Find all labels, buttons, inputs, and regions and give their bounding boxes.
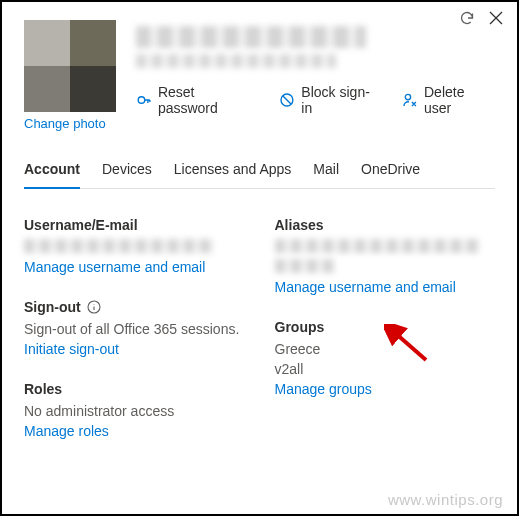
user-display-name [136, 26, 366, 48]
group-item: Greece [275, 341, 496, 357]
action-label: Delete user [424, 84, 495, 116]
username-value [24, 239, 214, 253]
tab-bar: Account Devices Licenses and Apps Mail O… [24, 161, 495, 189]
svg-point-2 [405, 94, 410, 99]
reset-password-button[interactable]: Reset password [136, 84, 257, 116]
svg-point-0 [138, 97, 145, 104]
action-label: Reset password [158, 84, 258, 116]
change-photo-link[interactable]: Change photo [24, 116, 116, 131]
manage-roles-link[interactable]: Manage roles [24, 423, 245, 439]
signout-heading: Sign-out [24, 299, 245, 315]
manage-groups-link[interactable]: Manage groups [275, 381, 496, 397]
user-subtitle [136, 54, 336, 68]
alias-value [275, 259, 335, 273]
roles-heading: Roles [24, 381, 245, 397]
tab-devices[interactable]: Devices [102, 161, 152, 188]
username-heading: Username/E-mail [24, 217, 245, 233]
alias-value [275, 239, 480, 253]
profile-photo [24, 20, 116, 112]
group-item: v2all [275, 361, 496, 377]
manage-aliases-link[interactable]: Manage username and email [275, 279, 496, 295]
tab-mail[interactable]: Mail [313, 161, 339, 188]
watermark: www.wintips.org [388, 491, 503, 508]
block-signin-button[interactable]: Block sign-in [279, 84, 380, 116]
tab-onedrive[interactable]: OneDrive [361, 161, 420, 188]
groups-heading: Groups [275, 319, 496, 335]
initiate-signout-link[interactable]: Initiate sign-out [24, 341, 245, 357]
action-label: Block sign-in [301, 84, 380, 116]
info-icon[interactable] [87, 300, 101, 314]
close-icon[interactable] [489, 11, 503, 25]
aliases-heading: Aliases [275, 217, 496, 233]
signout-description: Sign-out of all Office 365 sessions. [24, 321, 245, 337]
roles-description: No administrator access [24, 403, 245, 419]
refresh-icon[interactable] [459, 10, 475, 26]
tab-licenses[interactable]: Licenses and Apps [174, 161, 292, 188]
tab-account[interactable]: Account [24, 161, 80, 189]
delete-user-button[interactable]: Delete user [402, 84, 495, 116]
manage-username-link[interactable]: Manage username and email [24, 259, 245, 275]
